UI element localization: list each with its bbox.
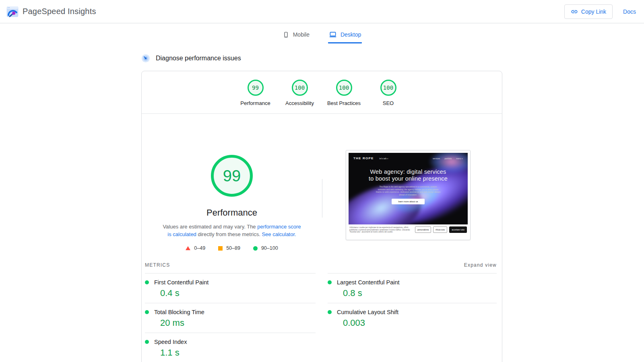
score-value: 100 — [339, 84, 349, 91]
metrics-columns: First Contentful Paint 0.4 s Total Block… — [145, 273, 497, 362]
site-nav-lets-talk: let's talk + — [380, 157, 388, 160]
score-performance[interactable]: 99 Performance — [233, 80, 278, 106]
green-dot-icon — [145, 310, 149, 314]
green-dot-icon — [145, 280, 149, 284]
screenshot-hero: THE ROPE let's talk + services portfolio… — [349, 153, 468, 224]
report-card: 99 Performance 100 Accessibility 100 Bes… — [141, 71, 502, 362]
green-dot-icon — [328, 310, 332, 314]
metric-value: 0.4 s — [160, 288, 316, 298]
metric-value: 0.003 — [343, 318, 497, 328]
cookie-reject-button: rifiuta tutto — [433, 226, 447, 233]
metric-name: Cumulative Layout Shift — [337, 309, 398, 315]
score-circle: 99 — [248, 80, 264, 96]
tab-desktop-label: Desktop — [341, 31, 361, 38]
score-label: Best Practices — [327, 100, 361, 106]
metric-total-blocking-time: Total Blocking Time 20 ms — [145, 303, 316, 333]
category-score-row: 99 Performance 100 Accessibility 100 Bes… — [142, 71, 502, 114]
gauge-title: Performance — [206, 208, 257, 218]
legend-range: 0–49 — [194, 245, 205, 251]
metric-name: Largest Contentful Paint — [337, 279, 400, 286]
metric-name: Total Blocking Time — [154, 309, 204, 315]
score-label: Accessibility — [285, 100, 314, 106]
cookie-text: Utilizziamo i cookie per migliorare la t… — [349, 226, 413, 233]
diagnose-title: Diagnose performance issues — [156, 55, 241, 62]
score-circle: 100 — [292, 80, 308, 96]
site-logo: THE ROPE — [353, 156, 374, 160]
metrics-heading: METRICS — [145, 262, 170, 268]
cookie-personalize-button: personalizza — [415, 226, 431, 233]
expand-view-button[interactable]: Expand view — [464, 262, 497, 268]
metric-first-contentful-paint: First Contentful Paint 0.4 s — [145, 273, 316, 303]
disclaimer-text: Values are estimated and may vary. The — [163, 224, 257, 230]
score-value: 100 — [295, 84, 305, 91]
tab-mobile[interactable]: Mobile — [282, 27, 310, 43]
score-accessibility[interactable]: 100 Accessibility — [278, 80, 322, 106]
docs-link[interactable]: Docs — [623, 8, 636, 15]
app-title: PageSpeed Insights — [23, 7, 96, 16]
score-label: SEO — [383, 100, 394, 106]
site-nav-item: services — [433, 157, 440, 160]
metric-value: 20 ms — [160, 318, 316, 328]
tab-desktop[interactable]: Desktop — [328, 27, 362, 43]
copy-link-label: Copy Link — [581, 8, 606, 15]
score-seo[interactable]: 100 SEO — [366, 80, 411, 106]
metric-value: 0.8 s — [343, 288, 497, 298]
score-disclaimer: Values are estimated and may vary. The p… — [162, 223, 302, 238]
orange-square-icon — [218, 246, 223, 251]
legend-average: 50–89 — [218, 245, 240, 251]
screenshot-site-header: THE ROPE let's talk + services portfolio… — [349, 153, 468, 160]
metric-largest-contentful-paint: Largest Contentful Paint 0.8 s — [328, 273, 497, 303]
site-cta-button: learn more about us — [392, 199, 425, 204]
site-headline-line2: to boost your online presence — [349, 175, 468, 182]
gauge-score-value: 99 — [223, 167, 241, 185]
green-dot-icon — [328, 280, 332, 284]
legend-range: 90–100 — [261, 245, 278, 251]
pagespeed-logo-icon — [6, 6, 19, 18]
metric-cumulative-layout-shift: Cumulative Layout Shift 0.003 — [328, 303, 497, 333]
diagnose-section-header: Diagnose performance issues — [141, 54, 502, 63]
metrics-column-left: First Contentful Paint 0.4 s Total Block… — [145, 273, 316, 362]
page-screenshot-thumbnail[interactable]: THE ROPE let's talk + services portfolio… — [346, 150, 471, 240]
metric-name: Speed Index — [154, 339, 187, 345]
site-nav: services portfolio menu + — [433, 157, 463, 160]
header-actions: Copy Link Docs — [564, 4, 638, 19]
cookie-accept-button: accettare tutto — [449, 226, 467, 233]
gauge-radar-icon — [141, 54, 150, 63]
see-calculator-link[interactable]: See calculator. — [262, 231, 296, 237]
copy-link-button[interactable]: Copy Link — [564, 4, 613, 19]
metrics-column-right: Largest Contentful Paint 0.8 s Cumulativ… — [328, 273, 497, 362]
score-circle: 100 — [380, 80, 396, 96]
score-label: Performance — [240, 100, 270, 106]
metric-name: First Contentful Paint — [154, 279, 208, 286]
performance-gauge-section: 99 Performance Values are estimated and … — [142, 114, 322, 251]
score-value: 100 — [383, 84, 393, 91]
legend-range: 50–89 — [226, 245, 240, 251]
metrics-header: METRICS Expand view — [145, 262, 497, 273]
site-nav-item: menu + — [456, 157, 463, 160]
device-tabs: Mobile Desktop — [141, 27, 502, 43]
legend-pass: 90–100 — [253, 245, 278, 251]
legend-fail: 0–49 — [186, 245, 205, 251]
score-best-practices[interactable]: 100 Best Practices — [322, 80, 366, 106]
site-paragraph: The Rope is the web agency specialized i… — [376, 185, 441, 196]
red-triangle-icon — [186, 246, 190, 250]
site-nav-item: portfolio — [444, 157, 452, 160]
performance-gauge: 99 — [211, 155, 253, 197]
site-headline-line1: Web agency: digital services — [349, 169, 468, 175]
score-circle: 100 — [336, 80, 352, 96]
score-value: 99 — [252, 84, 259, 91]
score-range-legend: 0–49 50–89 90–100 — [186, 245, 278, 251]
app-header: PageSpeed Insights Copy Link Docs — [0, 0, 644, 23]
green-circle-icon — [253, 246, 258, 251]
link-icon — [571, 8, 578, 15]
mobile-phone-icon — [283, 31, 289, 38]
metric-speed-index: Speed Index 1.1 s — [145, 333, 316, 362]
site-headline: Web agency: digital services to boost yo… — [349, 169, 468, 182]
main-content: Mobile Desktop Diagnose performance issu… — [141, 23, 502, 362]
disclaimer-text: directly from these metrics. — [196, 231, 262, 237]
cookie-banner: Utilizziamo i cookie per migliorare la t… — [349, 224, 468, 233]
metric-value: 1.1 s — [160, 348, 316, 358]
green-dot-icon — [145, 340, 149, 344]
desktop-laptop-icon — [329, 31, 337, 39]
metrics-section: METRICS Expand view First Contentful Pai… — [145, 262, 497, 362]
